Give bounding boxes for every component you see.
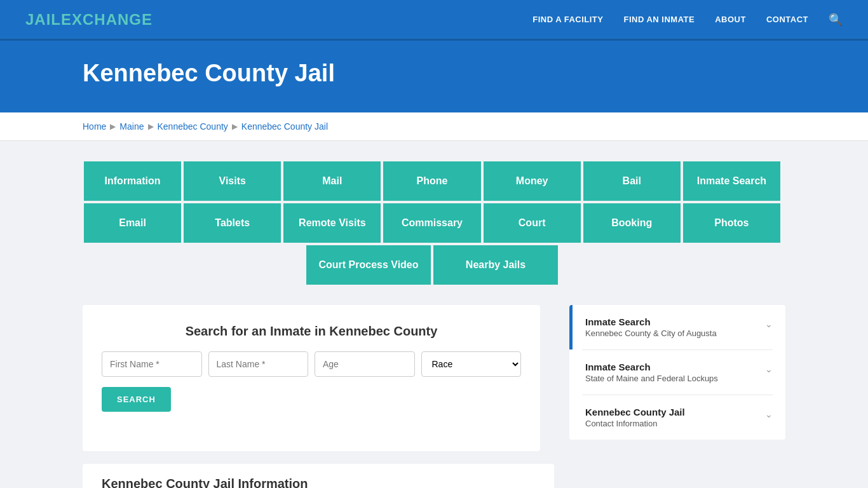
- btn-phone[interactable]: Phone: [382, 160, 482, 202]
- sidebar-card-1: Inmate Search Kennebec County & City of …: [569, 305, 785, 440]
- sidebar-title-2: Inmate Search: [585, 362, 718, 372]
- race-select[interactable]: Race White Black Hispanic Asian Other: [421, 351, 522, 377]
- btn-nearby-jails[interactable]: Nearby Jails: [432, 244, 559, 286]
- nav-find-facility[interactable]: FIND A FACILITY: [532, 15, 603, 24]
- nav-find-inmate[interactable]: FIND AN INMATE: [623, 15, 695, 24]
- chevron-down-icon-3: ⌄: [765, 409, 773, 419]
- nav-about[interactable]: ABOUT: [715, 15, 746, 24]
- sidebar-title-1: Inmate Search: [585, 316, 717, 327]
- btn-remote-visits[interactable]: Remote Visits: [282, 202, 382, 244]
- breadcrumb-sep-2: ▶: [148, 122, 154, 131]
- button-row-3: Court Process Video Nearby Jails: [83, 244, 782, 286]
- breadcrumb: Home ▶ Maine ▶ Kennebec County ▶ Kennebe…: [83, 121, 785, 132]
- category-button-grid: Information Visits Mail Phone Money Bail…: [83, 160, 782, 286]
- btn-booking[interactable]: Booking: [582, 202, 682, 244]
- sidebar-subtitle-1: Kennebec County & City of Augusta: [585, 329, 717, 338]
- button-row-2: Email Tablets Remote Visits Commissary C…: [83, 202, 782, 244]
- btn-inmate-search[interactable]: Inmate Search: [682, 160, 782, 202]
- breadcrumb-maine[interactable]: Maine: [119, 121, 144, 132]
- sidebar-title-3: Kennebec County Jail: [585, 407, 685, 417]
- btn-mail[interactable]: Mail: [282, 160, 382, 202]
- breadcrumb-kennebec-county[interactable]: Kennebec County: [158, 121, 228, 132]
- logo-jail: JAIL: [25, 11, 61, 28]
- btn-money[interactable]: Money: [482, 160, 582, 202]
- btn-visits[interactable]: Visits: [182, 160, 282, 202]
- breadcrumb-home[interactable]: Home: [83, 121, 106, 132]
- left-column: Search for an Inmate in Kennebec County …: [83, 305, 554, 488]
- sidebar-item-inmate-search-kennebec[interactable]: Inmate Search Kennebec County & City of …: [569, 305, 785, 349]
- search-button[interactable]: SEARCH: [102, 387, 171, 412]
- content-area: Search for an Inmate in Kennebec County …: [83, 305, 785, 488]
- logo-exchange: EXCHANGE: [61, 11, 153, 28]
- inmate-search-section: Search for an Inmate in Kennebec County …: [83, 305, 540, 451]
- age-input[interactable]: [315, 351, 415, 377]
- first-name-input[interactable]: [102, 351, 202, 377]
- btn-information[interactable]: Information: [83, 160, 182, 202]
- breadcrumb-sep-3: ▶: [232, 122, 238, 131]
- btn-tablets[interactable]: Tablets: [182, 202, 282, 244]
- button-row-1: Information Visits Mail Phone Money Bail…: [83, 160, 782, 202]
- search-title: Search for an Inmate in Kennebec County: [102, 324, 521, 339]
- sidebar-item-contact[interactable]: Kennebec County Jail Contact Information…: [569, 395, 785, 440]
- info-heading: Kennebec County Jail Information: [83, 464, 554, 488]
- search-fields: Race White Black Hispanic Asian Other: [102, 351, 521, 377]
- btn-commissary[interactable]: Commissary: [382, 202, 482, 244]
- sidebar-subtitle-2: State of Maine and Federal Lockups: [585, 374, 718, 383]
- last-name-input[interactable]: [208, 351, 309, 377]
- btn-photos[interactable]: Photos: [682, 202, 782, 244]
- search-icon[interactable]: 🔍: [829, 13, 843, 27]
- sidebar: Inmate Search Kennebec County & City of …: [569, 305, 785, 488]
- hero-section: Kennebec County Jail: [0, 41, 868, 112]
- chevron-down-icon-2: ⌄: [765, 364, 773, 374]
- chevron-down-icon-1: ⌄: [765, 319, 773, 329]
- nav-contact[interactable]: CONTACT: [766, 15, 808, 24]
- sidebar-item-inmate-search-maine[interactable]: Inmate Search State of Maine and Federal…: [569, 350, 785, 395]
- breadcrumb-bar: Home ▶ Maine ▶ Kennebec County ▶ Kennebe…: [0, 112, 868, 141]
- breadcrumb-sep-1: ▶: [110, 122, 116, 131]
- main-nav: FIND A FACILITY FIND AN INMATE ABOUT CON…: [532, 13, 843, 27]
- btn-court[interactable]: Court: [482, 202, 582, 244]
- site-header: JAILEXCHANGE FIND A FACILITY FIND AN INM…: [0, 0, 868, 41]
- main-content: Information Visits Mail Phone Money Bail…: [0, 141, 868, 488]
- btn-email[interactable]: Email: [83, 202, 182, 244]
- site-logo[interactable]: JAILEXCHANGE: [25, 11, 153, 29]
- sidebar-subtitle-3: Contact Information: [585, 419, 685, 428]
- page-title: Kennebec County Jail: [83, 60, 785, 87]
- btn-bail[interactable]: Bail: [582, 160, 682, 202]
- breadcrumb-current: Kennebec County Jail: [241, 121, 328, 132]
- btn-court-process-video[interactable]: Court Process Video: [305, 244, 432, 286]
